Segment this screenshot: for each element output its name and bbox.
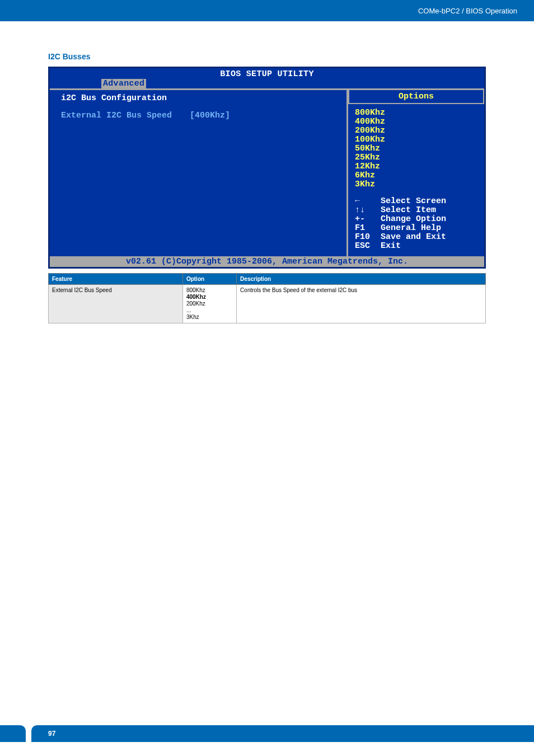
bios-option[interactable]: 25Khz (355, 153, 477, 162)
bios-option[interactable]: 400Khz (355, 118, 477, 126)
hint-row: ESCExit (355, 242, 477, 251)
bios-option[interactable]: 12Khz (355, 162, 477, 171)
footer-accent (0, 725, 26, 742)
breadcrumb: COMe-bPC2 / BIOS Operation (418, 7, 517, 15)
section-heading: I2C Busses (48, 52, 486, 61)
hint-key-icon: ESC (355, 242, 381, 251)
bios-tab-row: Advanced (50, 79, 484, 89)
cell-option: 800Khz 400Khz 200Khz ... 3Khz (182, 285, 236, 323)
bios-right-pane: Options 800Khz 400Khz 200Khz 100Khz 50Kh… (346, 88, 484, 256)
table-row: External I2C Bus Speed 800Khz 400Khz 200… (49, 285, 486, 323)
bios-options-header: Options (348, 90, 484, 104)
th-option: Option (182, 274, 236, 285)
page-header: COMe-bPC2 / BIOS Operation (0, 0, 534, 21)
opt-line: 200Khz (186, 300, 233, 307)
bios-key-hints: ←Select Screen ↑↓Select Item +-Change Op… (355, 197, 477, 251)
bios-setting-row[interactable]: External I2C Bus Speed [400Khz] (61, 111, 335, 120)
hint-key-icon: ← (355, 197, 381, 206)
opt-line: 400Khz (186, 294, 233, 300)
page-number: 97 (48, 730, 55, 738)
bios-option[interactable]: 800Khz (355, 109, 477, 118)
page-footer: 97 (0, 725, 534, 742)
bios-config-title: i2C Bus Configuration (61, 93, 335, 103)
hint-label: Select Screen (381, 197, 446, 206)
hint-label: Select Item (381, 206, 436, 215)
cell-description: Controls the Bus Speed of the external I… (237, 285, 486, 323)
bios-tab-advanced[interactable]: Advanced (101, 79, 146, 88)
bios-screenshot: BIOS SETUP UTILITY Advanced i2C Bus Conf… (48, 67, 486, 269)
bios-titlebar: BIOS SETUP UTILITY Advanced (50, 68, 484, 88)
hint-label: Exit (381, 242, 401, 251)
feature-table: Feature Option Description External I2C … (48, 273, 486, 323)
bios-option[interactable]: 100Khz (355, 135, 477, 144)
hint-row: ←Select Screen (355, 197, 477, 206)
hint-row: F1General Help (355, 224, 477, 233)
hint-row: +-Change Option (355, 215, 477, 224)
hint-key-icon: F1 (355, 224, 381, 233)
footer-bar: 97 (31, 725, 534, 742)
bios-option[interactable]: 50Khz (355, 144, 477, 153)
opt-line: ... (186, 307, 233, 314)
bios-setting-label: External I2C Bus Speed (61, 111, 190, 120)
bios-copyright: v02.61 (C)Copyright 1985-2006, American … (50, 256, 484, 267)
hint-label: Save and Exit (381, 233, 446, 242)
hint-key-icon: F10 (355, 233, 381, 242)
cell-feature: External I2C Bus Speed (49, 285, 183, 323)
hint-row: ↑↓Select Item (355, 206, 477, 215)
bios-options-list: 800Khz 400Khz 200Khz 100Khz 50Khz 25Khz … (355, 107, 477, 189)
table-header-row: Feature Option Description (49, 274, 486, 285)
hint-label: General Help (381, 224, 441, 233)
opt-line: 800Khz (186, 287, 233, 294)
bios-body: i2C Bus Configuration External I2C Bus S… (50, 88, 484, 256)
th-description: Description (237, 274, 486, 285)
hint-key-icon: +- (355, 215, 381, 224)
hint-label: Change Option (381, 215, 446, 224)
opt-line: 3Khz (186, 314, 233, 321)
hint-key-icon: ↑↓ (355, 206, 381, 215)
bios-title: BIOS SETUP UTILITY (50, 69, 484, 79)
hint-row: F10Save and Exit (355, 233, 477, 242)
bios-left-pane: i2C Bus Configuration External I2C Bus S… (50, 88, 346, 256)
th-feature: Feature (49, 274, 183, 285)
bios-option[interactable]: 200Khz (355, 126, 477, 135)
bios-setting-value: [400Khz] (190, 111, 230, 120)
page-content: I2C Busses BIOS SETUP UTILITY Advanced i… (0, 21, 534, 340)
bios-option[interactable]: 3Khz (355, 180, 477, 189)
bios-option[interactable]: 6Khz (355, 171, 477, 180)
